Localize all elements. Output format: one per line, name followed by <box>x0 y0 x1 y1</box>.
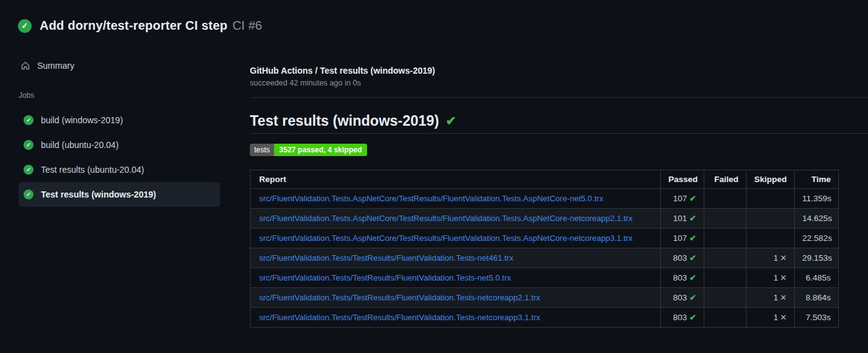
report-link[interactable]: src/FluentValidation.Tests.AspNetCore/Te… <box>259 233 632 243</box>
job-label: Test results (ubuntu-20.04) <box>41 165 144 175</box>
passed-cell: 101✔ <box>661 209 704 229</box>
passed-cell: 107✔ <box>661 229 704 248</box>
run-number: CI #6 <box>232 19 262 33</box>
passed-count: 107 <box>673 233 688 243</box>
skipped-count: 1 <box>774 273 779 282</box>
table-row: src/FluentValidation.Tests.AspNetCore/Te… <box>250 189 839 209</box>
sidebar-job-item[interactable]: ✓Test results (ubuntu-20.04) <box>19 157 220 182</box>
table-row: src/FluentValidation.Tests.AspNetCore/Te… <box>250 209 839 229</box>
passed-check-icon: ✔ <box>689 233 696 243</box>
passed-check-icon: ✔ <box>689 293 696 302</box>
tests-badge: tests 3527 passed, 4 skipped <box>250 144 367 156</box>
column-header-passed: Passed <box>661 170 704 189</box>
skipped-x-icon: ✕ <box>780 293 787 302</box>
time-cell: 29.153s <box>795 248 839 268</box>
time-cell: 14.625s <box>795 209 839 229</box>
passed-cell: 803✔ <box>661 288 704 308</box>
report-cell: src/FluentValidation.Tests/TestResults/F… <box>250 308 661 328</box>
job-label: Test results (windows-2019) <box>41 190 156 199</box>
jobs-sidebar: Summary Jobs ✓build (windows-2019)✓build… <box>0 56 250 207</box>
skipped-cell: 1✕ <box>746 308 795 328</box>
check-run-content: GitHub Actions / Test results (windows-2… <box>250 56 868 328</box>
failed-cell <box>704 209 746 229</box>
failed-cell <box>704 189 746 209</box>
skipped-cell <box>746 209 795 229</box>
passed-count: 803 <box>673 313 688 322</box>
passed-check-icon: ✔ <box>689 313 696 322</box>
job-success-icon: ✓ <box>24 190 33 199</box>
report-cell: src/FluentValidation.Tests.AspNetCore/Te… <box>250 189 661 209</box>
section-title-text: Test results (windows-2019) <box>250 111 439 130</box>
sidebar-job-item[interactable]: ✓build (ubuntu-20.04) <box>19 133 220 157</box>
report-link[interactable]: src/FluentValidation.Tests.AspNetCore/Te… <box>259 214 632 223</box>
report-link[interactable]: src/FluentValidation.Tests.AspNetCore/Te… <box>259 194 603 203</box>
table-header-row: Report Passed Failed Skipped Time <box>250 170 839 189</box>
time-cell: 8.864s <box>795 288 839 308</box>
skipped-cell: 1✕ <box>746 248 795 268</box>
passed-check-icon: ✔ <box>689 214 696 223</box>
job-success-icon: ✓ <box>24 140 33 150</box>
report-cell: src/FluentValidation.Tests.AspNetCore/Te… <box>250 209 661 229</box>
passed-cell: 803✔ <box>661 248 704 268</box>
skipped-count: 1 <box>774 313 779 322</box>
sidebar-job-item[interactable]: ✓Test results (windows-2019) <box>19 182 220 207</box>
passed-check-icon: ✔ <box>689 253 696 263</box>
column-header-report: Report <box>250 170 661 189</box>
job-label: build (ubuntu-20.04) <box>41 140 118 150</box>
check-run-header: GitHub Actions / Test results (windows-2… <box>250 56 868 98</box>
report-link[interactable]: src/FluentValidation.Tests/TestResults/F… <box>259 253 513 263</box>
skipped-cell: 1✕ <box>746 288 795 308</box>
report-link[interactable]: src/FluentValidation.Tests/TestResults/F… <box>259 273 511 282</box>
workflow-run-header: ✓ Add dorny/test-reporter CI step CI #6 <box>0 0 868 33</box>
jobs-list: ✓build (windows-2019)✓build (ubuntu-20.0… <box>19 108 220 207</box>
skipped-x-icon: ✕ <box>780 273 787 282</box>
workflow-run-title: Add dorny/test-reporter CI step <box>40 19 228 33</box>
skipped-cell: 1✕ <box>746 268 795 288</box>
job-label: build (windows-2019) <box>41 115 123 125</box>
passed-count: 107 <box>673 194 688 203</box>
column-header-skipped: Skipped <box>746 170 795 189</box>
time-cell: 6.485s <box>795 268 839 288</box>
job-success-icon: ✓ <box>24 165 33 175</box>
check-run-status-text: succeeded 42 minutes ago in 0s <box>250 78 868 89</box>
sidebar-job-item[interactable]: ✓build (windows-2019) <box>19 108 220 133</box>
report-link[interactable]: src/FluentValidation.Tests/TestResults/F… <box>259 293 540 302</box>
tests-badge-value: 3527 passed, 4 skipped <box>274 144 366 156</box>
skipped-count: 1 <box>774 253 779 263</box>
table-row: src/FluentValidation.Tests/TestResults/F… <box>250 308 839 328</box>
table-body: src/FluentValidation.Tests.AspNetCore/Te… <box>250 189 839 328</box>
test-results-table: Report Passed Failed Skipped Time src/Fl… <box>250 170 839 328</box>
table-row: src/FluentValidation.Tests/TestResults/F… <box>250 248 839 268</box>
time-cell: 11.359s <box>795 189 839 209</box>
check-run-title: GitHub Actions / Test results (windows-2… <box>250 65 868 76</box>
column-header-time: Time <box>795 170 839 189</box>
passed-check-icon: ✔ <box>689 273 696 282</box>
passed-count: 803 <box>673 253 688 263</box>
passed-count: 803 <box>673 273 688 282</box>
jobs-section-heading: Jobs <box>19 90 220 101</box>
skipped-cell <box>746 229 795 248</box>
section-success-check-icon: ✔ <box>446 111 456 130</box>
passed-cell: 803✔ <box>661 308 704 328</box>
skipped-x-icon: ✕ <box>780 253 787 263</box>
sidebar-summary-label: Summary <box>37 61 74 71</box>
failed-cell <box>704 308 746 328</box>
table-row: src/FluentValidation.Tests/TestResults/F… <box>250 268 839 288</box>
report-link[interactable]: src/FluentValidation.Tests/TestResults/F… <box>259 313 540 322</box>
skipped-x-icon: ✕ <box>780 313 787 322</box>
failed-cell <box>704 268 746 288</box>
passed-count: 803 <box>673 293 688 302</box>
table-row: src/FluentValidation.Tests.AspNetCore/Te… <box>250 229 839 248</box>
skipped-count: 1 <box>774 293 779 302</box>
section-title: Test results (windows-2019) ✔ <box>250 111 868 130</box>
table-row: src/FluentValidation.Tests/TestResults/F… <box>250 288 839 308</box>
report-cell: src/FluentValidation.Tests.AspNetCore/Te… <box>250 229 661 248</box>
passed-count: 101 <box>673 214 688 223</box>
section-divider <box>250 133 868 134</box>
tests-badge-label: tests <box>250 144 274 156</box>
passed-cell: 107✔ <box>661 189 704 209</box>
sidebar-item-summary[interactable]: Summary <box>19 56 220 75</box>
column-header-failed: Failed <box>704 170 746 189</box>
report-cell: src/FluentValidation.Tests/TestResults/F… <box>250 248 661 268</box>
run-success-icon: ✓ <box>18 19 32 33</box>
